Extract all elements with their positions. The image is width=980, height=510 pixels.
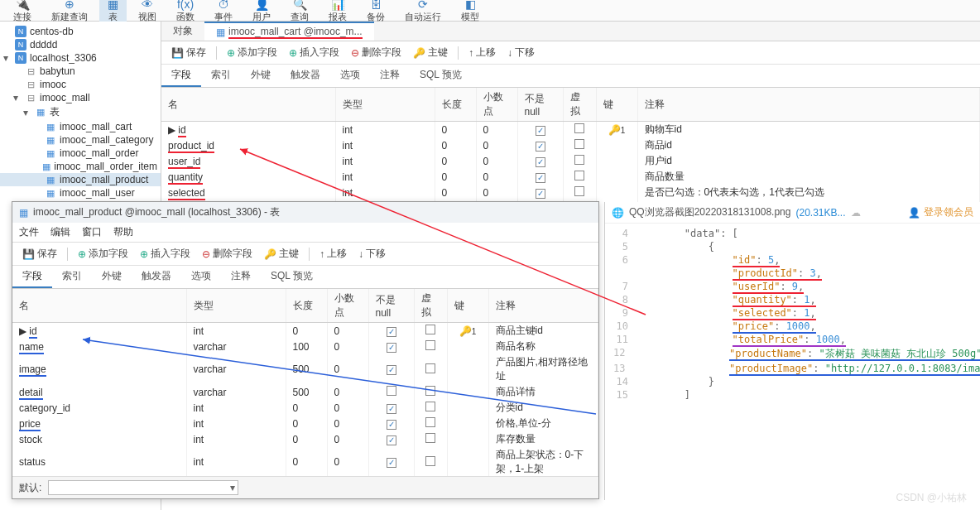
col-type[interactable]: 类型	[186, 289, 286, 323]
insert-field-button[interactable]: ⊕插入字段	[284, 44, 344, 61]
checkbox[interactable]	[425, 325, 435, 334]
move-down-button[interactable]: ↓ 下移	[502, 44, 540, 61]
col-key[interactable]: 键	[596, 88, 637, 122]
checkbox[interactable]: ✓	[536, 126, 545, 136]
subtab-索引[interactable]: 索引	[201, 65, 241, 87]
checkbox[interactable]: ✓	[387, 365, 396, 375]
toolbar-备份[interactable]: 🗄备份	[358, 0, 393, 23]
move-down-button[interactable]: ↓ 下移	[353, 245, 391, 262]
add-field-button[interactable]: ⊕添加字段	[73, 245, 133, 262]
save-button[interactable]: 💾保存	[17, 245, 62, 262]
cloud-icon[interactable]: ☁	[851, 207, 861, 219]
table-row[interactable]: user_idint00✓用户id	[161, 153, 980, 169]
checkbox[interactable]	[387, 386, 396, 396]
checkbox[interactable]	[574, 155, 584, 165]
toolbar-报表[interactable]: 📊报表	[320, 0, 355, 23]
checkbox[interactable]: ✓	[536, 142, 545, 152]
toolbar-连接[interactable]: 🔌连接	[5, 0, 40, 23]
default-combo[interactable]	[48, 480, 238, 495]
tree-item[interactable]: ▦imooc_mall_category	[0, 133, 161, 147]
table-row[interactable]: quantityint00✓商品数量	[161, 169, 980, 185]
tree-item[interactable]: ▾▦表	[0, 104, 161, 120]
tree-item[interactable]: ▦imooc_mall_order	[0, 147, 161, 160]
checkbox[interactable]	[574, 123, 584, 133]
chevron-down-icon[interactable]: ▾	[230, 482, 235, 493]
checkbox[interactable]	[425, 340, 435, 350]
toolbar-查询[interactable]: 🔍查询	[282, 0, 317, 23]
subtab-外键[interactable]: 外键	[241, 65, 281, 87]
subtab-外键[interactable]: 外键	[92, 266, 132, 288]
checkbox[interactable]: ✓	[387, 435, 396, 445]
tree-item[interactable]: Ncentos-db	[0, 25, 161, 38]
table-row[interactable]: selectedint00✓是否已勾选：0代表未勾选，1代表已勾选	[161, 185, 980, 200]
col-decimals[interactable]: 小数点	[327, 289, 368, 323]
move-up-button[interactable]: ↑ 上移	[464, 44, 501, 61]
checkbox[interactable]: ✓	[536, 189, 545, 199]
tree-item[interactable]: ▦imooc_mall_product	[0, 173, 161, 186]
menu-编辑[interactable]: 编辑	[50, 225, 70, 239]
checkbox[interactable]: ✓	[387, 458, 396, 468]
table-row[interactable]: detailvarchar5000商品详情	[12, 384, 598, 400]
tree-item[interactable]: ▦imooc_mall_order_item	[0, 160, 161, 173]
delete-field-button[interactable]: ⊖删除字段	[346, 44, 406, 61]
col-virtual[interactable]: 虚拟	[414, 289, 447, 323]
subtab-选项[interactable]: 选项	[181, 266, 221, 288]
checkbox[interactable]	[425, 363, 435, 373]
tree-item[interactable]: ▾⊟imooc_mall	[0, 91, 161, 104]
table-row[interactable]: priceint00✓价格,单位-分	[12, 416, 598, 431]
col-comment[interactable]: 注释	[488, 289, 598, 323]
subtab-字段[interactable]: 字段	[12, 266, 52, 288]
tab-cart-structure[interactable]: ▦ imooc_mall_cart @imooc_m...	[204, 22, 374, 41]
col-name[interactable]: 名	[161, 88, 335, 122]
subtab-选项[interactable]: 选项	[330, 65, 370, 87]
col-key[interactable]: 键	[447, 289, 488, 323]
toolbar-用户[interactable]: 👤用户	[244, 0, 279, 23]
primary-key-button[interactable]: 🔑主键	[259, 245, 304, 262]
tree-item[interactable]: ▾Nlocalhost_3306	[0, 51, 161, 65]
tree-item[interactable]: ⊟babytun	[0, 65, 161, 78]
col-decimals[interactable]: 小数点	[476, 88, 517, 122]
toolbar-新建查询[interactable]: ⊕新建查询	[43, 0, 96, 23]
table-row[interactable]: stockint00✓库存数量	[12, 431, 598, 447]
col-comment[interactable]: 注释	[637, 88, 980, 122]
move-up-button[interactable]: ↑ 上移	[315, 245, 352, 262]
col-name[interactable]: 名	[12, 289, 186, 323]
checkbox[interactable]	[425, 386, 435, 396]
col-length[interactable]: 长度	[435, 88, 476, 122]
toolbar-表[interactable]: ▦表	[99, 0, 127, 23]
col-length[interactable]: 长度	[286, 289, 327, 323]
toolbar-事件[interactable]: ⏱事件	[206, 0, 241, 23]
subtab-SQL 预览[interactable]: SQL 预览	[261, 266, 323, 288]
checkbox[interactable]	[425, 456, 435, 466]
tree-toggle-icon[interactable]: ▾	[3, 52, 12, 64]
subtab-注释[interactable]: 注释	[221, 266, 261, 288]
tree-item[interactable]: ⊟imooc	[0, 78, 161, 91]
checkbox[interactable]	[574, 171, 584, 180]
primary-key-button[interactable]: 🔑主键	[408, 44, 453, 61]
checkbox[interactable]	[425, 402, 435, 411]
delete-field-button[interactable]: ⊖删除字段	[197, 245, 257, 262]
subtab-触发器[interactable]: 触发器	[281, 65, 330, 87]
checkbox[interactable]	[574, 139, 584, 149]
tree-item[interactable]: Nddddd	[0, 38, 161, 51]
menu-帮助[interactable]: 帮助	[113, 225, 133, 239]
tree-item[interactable]: ▦imooc_mall_user	[0, 186, 161, 200]
checkbox[interactable]: ✓	[387, 343, 396, 353]
tree-toggle-icon[interactable]: ▾	[13, 92, 22, 103]
subtab-字段[interactable]: 字段	[161, 65, 201, 87]
menu-窗口[interactable]: 窗口	[82, 225, 102, 239]
table-row[interactable]: ▶ idint00✓🔑1商品主键id	[12, 323, 598, 339]
checkbox[interactable]: ✓	[387, 404, 396, 414]
subtab-触发器[interactable]: 触发器	[132, 266, 181, 288]
checkbox[interactable]	[574, 186, 584, 196]
col-not_null[interactable]: 不是 null	[368, 289, 414, 323]
table-row[interactable]: namevarchar1000✓商品名称	[12, 339, 598, 354]
subtab-索引[interactable]: 索引	[52, 266, 92, 288]
checkbox[interactable]	[425, 433, 435, 443]
menu-文件[interactable]: 文件	[19, 225, 39, 239]
tree-toggle-icon[interactable]: ▾	[23, 107, 31, 118]
toolbar-视图[interactable]: 👁视图	[130, 0, 165, 23]
login-link[interactable]: 👤 登录领会员	[908, 205, 973, 219]
table-row[interactable]: product_idint00✓商品id	[161, 137, 980, 153]
checkbox[interactable]: ✓	[387, 420, 396, 430]
